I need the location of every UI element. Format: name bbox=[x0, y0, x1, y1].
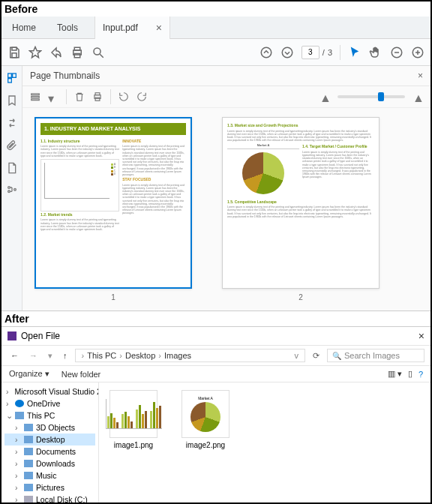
page-total: 3 bbox=[328, 48, 332, 57]
save-icon[interactable] bbox=[8, 46, 21, 59]
preview-pane-icon[interactable]: ▯ bbox=[408, 369, 412, 379]
new-folder-button[interactable]: New folder bbox=[62, 370, 101, 379]
section-1-1: 1.1. Industry structure bbox=[40, 140, 119, 144]
svg-point-15 bbox=[14, 188, 16, 190]
pdf-toolbar: / 3 bbox=[2, 39, 430, 66]
tree-item-pictures[interactable]: ›Pictures bbox=[4, 482, 95, 494]
refresh-icon[interactable]: ⟳ bbox=[310, 351, 322, 361]
crumb-desktop[interactable]: Desktop bbox=[125, 351, 155, 360]
file-list: image1.png Market A image2.png bbox=[99, 382, 430, 504]
tree-item-diskc[interactable]: ›Local Disk (C:) bbox=[4, 494, 95, 504]
search-icon: 🔍 bbox=[332, 352, 341, 360]
dropdown-icon[interactable]: ▾ bbox=[48, 92, 58, 102]
bookmark-icon[interactable] bbox=[6, 94, 18, 106]
file-thumb-barchart bbox=[110, 390, 158, 438]
file-image1[interactable]: image1.png bbox=[106, 390, 160, 449]
switch-icon[interactable] bbox=[6, 117, 18, 129]
file-tab-label: Input.pdf bbox=[103, 22, 138, 33]
dialog-titlebar: Open File × bbox=[2, 327, 430, 346]
stay-heading: STAY FOCUSED bbox=[122, 178, 186, 182]
section-1-2: 1.2. Market trends bbox=[40, 213, 119, 218]
page-down-icon[interactable] bbox=[280, 46, 294, 59]
star-icon[interactable] bbox=[28, 46, 42, 59]
tree-item-music[interactable]: ›Music bbox=[4, 470, 95, 482]
tab-home[interactable]: Home bbox=[2, 18, 46, 38]
print-icon[interactable] bbox=[70, 46, 84, 59]
page-input[interactable] bbox=[302, 46, 320, 59]
separator bbox=[110, 89, 111, 104]
close-icon[interactable]: × bbox=[156, 22, 162, 34]
nav-recent-icon[interactable]: ▾ bbox=[45, 350, 56, 362]
dialog-title: Open File bbox=[21, 331, 60, 341]
tab-tools[interactable]: Tools bbox=[46, 18, 88, 38]
close-icon[interactable]: × bbox=[418, 330, 424, 342]
dialog-nav: ← → ▾ ↑ › This PC › Desktop › Images v ⟳… bbox=[2, 346, 430, 366]
svg-rect-12 bbox=[8, 79, 11, 82]
doc-title: 1. INDUSTRY AND MARKET ANALYSIS bbox=[40, 123, 186, 135]
file-image2[interactable]: Market A image2.png bbox=[178, 390, 232, 449]
page-indicator: / 3 bbox=[302, 46, 332, 59]
rotate-cw-icon[interactable] bbox=[136, 92, 147, 102]
chart-title: Market A bbox=[227, 143, 299, 148]
rotate-ccw-icon[interactable] bbox=[118, 92, 129, 102]
zoom-small-icon[interactable]: ▲ bbox=[320, 92, 330, 102]
attachment-icon[interactable] bbox=[6, 140, 18, 152]
organize-button[interactable]: Organize ▾ bbox=[9, 369, 50, 379]
page-thumb-1[interactable]: 1. INDUSTRY AND MARKET ANALYSIS 1.1. Ind… bbox=[34, 117, 192, 289]
zoom-slider[interactable] bbox=[338, 95, 405, 98]
tree-item-downloads[interactable]: ›Downloads bbox=[4, 458, 95, 470]
nav-back-icon[interactable]: ← bbox=[8, 350, 22, 362]
svg-rect-1 bbox=[12, 52, 16, 57]
help-icon[interactable]: ? bbox=[418, 370, 423, 379]
svg-rect-3 bbox=[74, 47, 80, 50]
zoom-large-icon[interactable]: ▲ bbox=[412, 92, 423, 102]
zoom-in-icon[interactable] bbox=[411, 46, 424, 59]
para: Lorem ipsum is simply dummy text of the … bbox=[40, 218, 119, 231]
tree-item-3dobjects[interactable]: ›3D Objects bbox=[4, 422, 95, 434]
view-icon[interactable]: ▥ ▾ bbox=[388, 369, 402, 379]
tree-item-vs[interactable]: ›Microsoft Visual Studio 2 bbox=[4, 386, 95, 398]
vs-icon bbox=[8, 332, 16, 340]
search-input[interactable]: 🔍 Search Images bbox=[327, 349, 424, 362]
crumb-images[interactable]: Images bbox=[164, 351, 191, 360]
section-1-4: 1.4. Target Market / Customer Profile bbox=[302, 145, 374, 149]
toolbar-separator bbox=[340, 45, 340, 60]
document-icon[interactable] bbox=[6, 162, 18, 174]
pdf-sidepanel bbox=[2, 66, 22, 310]
zoom-out-icon[interactable] bbox=[390, 46, 404, 59]
cursor-icon[interactable] bbox=[348, 46, 362, 59]
slider-knob[interactable] bbox=[378, 92, 384, 101]
tree-item-thispc[interactable]: ⌄This PC bbox=[4, 410, 95, 422]
open-file-dialog: Open File × ← → ▾ ↑ › This PC › Desktop … bbox=[2, 326, 430, 504]
svg-point-5 bbox=[94, 48, 100, 55]
page-up-icon[interactable] bbox=[260, 46, 273, 59]
svg-point-13 bbox=[8, 187, 10, 189]
crumb-pc[interactable]: This PC bbox=[87, 351, 116, 360]
search-icon[interactable] bbox=[92, 46, 105, 59]
options-icon[interactable] bbox=[30, 92, 40, 102]
separator bbox=[66, 89, 67, 104]
svg-point-14 bbox=[8, 190, 10, 193]
pdf-tabbar: Home Tools Input.pdf × bbox=[2, 16, 430, 39]
nav-up-icon[interactable]: ↑ bbox=[60, 350, 70, 362]
svg-rect-10 bbox=[8, 74, 11, 77]
layers-icon[interactable] bbox=[6, 184, 18, 196]
breadcrumb[interactable]: › This PC › Desktop › Images v bbox=[75, 349, 306, 362]
tree-item-desktop[interactable]: ›Desktop bbox=[4, 434, 95, 446]
page-thumb-2[interactable]: 1.3. Market size and Growth Projections … bbox=[222, 117, 380, 289]
share-icon[interactable] bbox=[50, 46, 63, 59]
tree-item-onedrive[interactable]: ›OneDrive bbox=[4, 398, 95, 410]
print-thumb-icon[interactable] bbox=[92, 92, 103, 102]
hand-icon[interactable] bbox=[369, 46, 382, 59]
file-tab[interactable]: Input.pdf × bbox=[94, 16, 170, 39]
svg-rect-0 bbox=[12, 47, 16, 50]
svg-point-6 bbox=[261, 47, 272, 58]
delete-icon[interactable] bbox=[74, 92, 85, 102]
crumb-dropdown-icon[interactable]: v bbox=[293, 351, 301, 360]
thumbnails-icon[interactable] bbox=[6, 72, 18, 84]
close-panel-icon[interactable]: × bbox=[418, 70, 423, 81]
after-label: After bbox=[2, 311, 430, 326]
tree-item-documents[interactable]: ›Documents bbox=[4, 446, 95, 458]
thumbnails-panel: Page Thumbnails × ▾ ▲ ▲ bbox=[22, 66, 430, 310]
nav-forward-icon[interactable]: → bbox=[26, 350, 40, 362]
